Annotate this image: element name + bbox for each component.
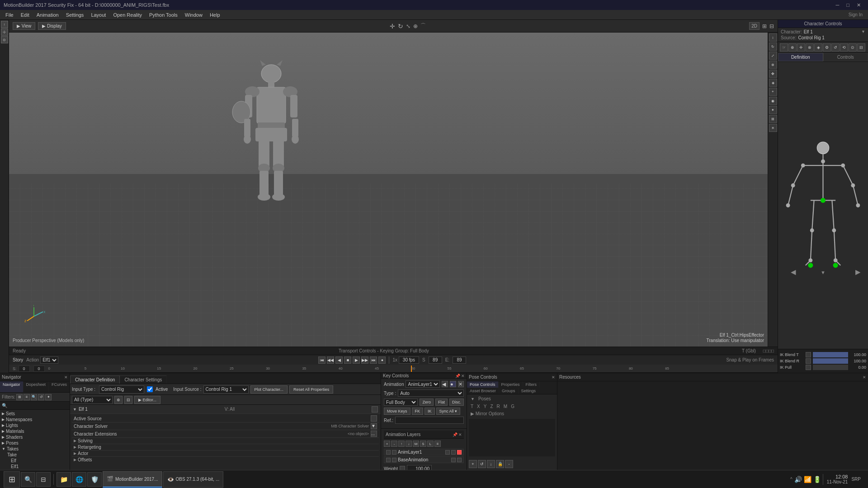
layer1-del[interactable] xyxy=(457,450,462,455)
btn-play-back[interactable]: ◀ xyxy=(335,357,343,364)
layer1-icon2[interactable] xyxy=(451,450,456,455)
start-button[interactable]: ⊞ xyxy=(4,471,20,488)
vt-move[interactable]: ↕ xyxy=(769,33,777,42)
nav-item-poses[interactable]: ▶Poses xyxy=(1,440,69,446)
layer-tool-3[interactable]: ↑ xyxy=(398,441,405,447)
layer-base[interactable]: BaseAnimation xyxy=(384,456,464,463)
btn-step-fwd[interactable]: ▶▶ xyxy=(361,357,368,364)
filter-btn-2[interactable]: ≡ xyxy=(24,394,30,400)
pose-tab-groups[interactable]: Groups xyxy=(499,388,519,394)
tree-offsets[interactable]: ▶ Offsets xyxy=(72,457,379,463)
sync-all-btn[interactable]: Sync All ▾ xyxy=(436,408,461,415)
char-tool-7[interactable]: ↺ xyxy=(831,43,840,52)
menu-animation[interactable]: Animation xyxy=(33,11,62,19)
all-type-icon[interactable]: ⊕ xyxy=(114,396,123,404)
tab-definition[interactable]: Definition xyxy=(778,53,823,61)
vt-tool8[interactable]: ◉ xyxy=(769,97,777,105)
anim-layer-select[interactable]: AnimLayer1 xyxy=(406,380,440,388)
pose-btn-5[interactable]: - xyxy=(505,460,513,468)
menu-python[interactable]: Python Tools xyxy=(146,11,181,19)
tree-char-solver[interactable]: Character Solver MB Character Solver ▼ xyxy=(72,422,379,430)
pose-tab-settings[interactable]: Settings xyxy=(519,388,539,394)
search-taskbar-btn[interactable]: 🔍 xyxy=(21,472,35,487)
menu-help[interactable]: Help xyxy=(206,11,224,19)
btn-stop[interactable]: ■ xyxy=(344,357,351,364)
ik-btn[interactable]: IK xyxy=(425,408,435,415)
layers-pin[interactable]: 📌 xyxy=(453,432,458,437)
taskbar-obs[interactable]: 👁️ OBS 27.1.3 (64-bit, ... xyxy=(163,471,224,488)
char-dropdown[interactable]: Elf1 xyxy=(40,357,58,364)
poses-dropdown[interactable]: ▼ xyxy=(471,397,475,401)
resources-close[interactable]: ✕ xyxy=(863,375,866,380)
pose-controls-close[interactable]: ✕ xyxy=(552,375,555,380)
mirror-toggle[interactable]: ▶ Mirror Options xyxy=(471,411,504,416)
taskbar-browser[interactable]: 🌐 xyxy=(72,472,86,487)
chardef-tab-settings[interactable]: Character Settings xyxy=(120,375,167,384)
menu-edit[interactable]: Edit xyxy=(17,11,33,19)
nav-item-takes[interactable]: ▼Takes xyxy=(1,446,69,452)
nav-item-materials[interactable]: ▶Materials xyxy=(1,428,69,434)
layer1-vis[interactable] xyxy=(386,450,391,455)
char-tool-9[interactable]: ⊙ xyxy=(849,43,857,52)
filter-btn-5[interactable]: ✦ xyxy=(45,394,52,400)
type-select[interactable]: Auto xyxy=(398,389,464,397)
layer2-icon1[interactable] xyxy=(451,458,456,462)
vt-tool7[interactable]: ⌖ xyxy=(769,88,777,96)
snap-tool[interactable]: ⊕ xyxy=(413,23,418,29)
btn-record[interactable]: ● xyxy=(378,357,386,364)
tray-up[interactable]: ^ xyxy=(790,477,793,482)
char-dropdown-btn[interactable]: ▼ xyxy=(861,29,865,34)
nav-item-sets[interactable]: ▶Sets xyxy=(1,411,69,417)
timeline-ruler[interactable]: S: 0 5 10 15 20 25 30 35 40 xyxy=(9,365,778,373)
tree-expand[interactable] xyxy=(372,406,378,413)
pose-btn-3[interactable]: ↓ xyxy=(487,460,495,468)
translate-tool[interactable]: ✛ xyxy=(390,23,395,30)
menu-layout[interactable]: Layout xyxy=(87,11,109,19)
search-input[interactable] xyxy=(9,403,68,408)
layer-tool-1[interactable]: + xyxy=(384,441,390,447)
tree-char-extensions[interactable]: Character Extensions <no object> ... xyxy=(72,430,379,438)
taskbar-motionbuilder[interactable]: 🎬 MotionBuilder 2017... xyxy=(103,471,162,488)
frame-s-input[interactable] xyxy=(429,357,442,364)
tab-controls[interactable]: Controls xyxy=(823,53,868,61)
tray-srp[interactable]: SRP xyxy=(851,477,861,482)
minimize-btn[interactable]: ─ xyxy=(832,1,843,9)
fk-btn[interactable]: FK xyxy=(412,408,424,415)
flat-btn[interactable]: Flat xyxy=(435,399,448,406)
all-type-icon2[interactable]: ⊟ xyxy=(124,396,132,404)
nav-item-lights[interactable]: ▶Lights xyxy=(1,422,69,428)
editor-btn[interactable]: ▶ Editor... xyxy=(134,396,160,404)
close-btn[interactable]: ✕ xyxy=(853,1,864,9)
view-button[interactable]: ▶ View xyxy=(13,22,35,30)
viewport[interactable]: X Y Z Producer Perspective (Models only)… xyxy=(9,33,768,347)
nav-tab-navigator[interactable]: Navigator xyxy=(0,381,24,392)
filter-btn-3[interactable]: 🔍 xyxy=(31,394,37,400)
layer-tool-7[interactable]: L xyxy=(427,441,434,447)
anim-key-btn[interactable]: ● xyxy=(450,381,456,387)
btn-play[interactable]: ▶ xyxy=(353,357,360,364)
layer-anim1[interactable]: AnimLayer1 xyxy=(384,449,464,455)
tray-icon-3[interactable]: 🔋 xyxy=(813,476,821,483)
nav-item-shaders[interactable]: ▶Shaders xyxy=(1,434,69,440)
chardef-tab-definition[interactable]: Character Definition xyxy=(70,375,120,384)
all-type-select[interactable]: All (Type) xyxy=(72,396,113,404)
ik-blend-t-icon[interactable] xyxy=(806,352,811,357)
ik-blend-r-icon[interactable] xyxy=(806,358,811,364)
tree-retargeting[interactable]: ▶ Retargeting xyxy=(72,444,379,450)
char-tool-5[interactable]: ◈ xyxy=(814,43,822,52)
full-body-select[interactable]: Full Body xyxy=(384,399,418,406)
menu-window[interactable]: Window xyxy=(181,11,206,19)
layer1-icon1[interactable] xyxy=(445,450,450,455)
anim-prev-btn[interactable]: ◀ xyxy=(442,381,448,387)
vt-scale[interactable]: ⤢ xyxy=(769,52,777,60)
tray-icon-1[interactable]: 🔊 xyxy=(794,476,802,483)
btn-go-end[interactable]: ⏭ xyxy=(370,357,377,364)
disc-btn[interactable]: Disc. xyxy=(449,399,464,406)
vt-tool5[interactable]: ✤ xyxy=(769,70,777,78)
nav-tab-fcurves[interactable]: FCurves xyxy=(49,381,70,392)
view-option2[interactable]: ⊟ xyxy=(769,23,774,29)
pose-tab-filters[interactable]: Filters xyxy=(523,381,540,388)
pose-tab-props[interactable]: Properties xyxy=(499,381,523,388)
navigator-close[interactable]: ✕ xyxy=(64,375,68,380)
tree-solving[interactable]: ▶ Solving xyxy=(72,438,379,444)
